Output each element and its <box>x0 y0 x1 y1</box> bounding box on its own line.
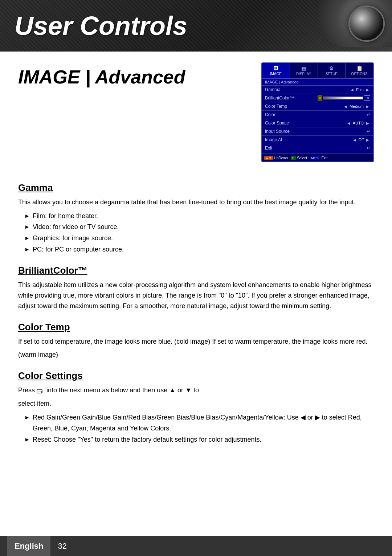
colorsettings-intro: Press into the next menu as below and th… <box>18 385 374 396</box>
bc-min-tag: 0 <box>318 95 322 101</box>
page-number: 32 <box>58 541 66 551</box>
osd-tab-setup: ⚙ SETUP <box>318 63 346 78</box>
inputsource-enter-icon: ↵ <box>367 129 370 134</box>
main-content: IMAGE | Advanced 🖼 IMAGE ▦ DISPLAY ⚙ SET… <box>0 52 392 466</box>
colortemp-title: Color Temp <box>18 322 374 333</box>
osd-row-imageai: Image AI ◀ Off ▶ <box>262 136 373 144</box>
select-icon: ↵ <box>291 156 296 160</box>
color-settings-section: Color Settings Press into the next menu … <box>18 370 374 445</box>
page-header: User Controls <box>0 0 392 52</box>
gamma-section: Gamma This allows you to choose a degamm… <box>18 182 374 255</box>
menu-icon: Menu <box>310 156 320 160</box>
bottom-bar: English 32 <box>0 536 392 556</box>
exit-row-label: Exit <box>265 146 367 151</box>
colorsettings-title: Color Settings <box>18 370 374 381</box>
osd-row-colorspace: Color Space ◀ AUTO ▶ <box>262 119 373 127</box>
gamma-bullets: Film: for home theater. Video: for video… <box>25 210 374 255</box>
colortemp-description: If set to cold temperature, the image lo… <box>18 336 374 347</box>
cs-or-text: or <box>177 387 185 394</box>
gamma-right-arrow: ▶ <box>366 88 369 92</box>
osd-tab-image: 🖼 IMAGE <box>262 63 290 78</box>
footer-updown: ▲▼ UpDown <box>264 156 288 160</box>
cs-to-text: to <box>193 387 199 394</box>
osd-row-colortemp: Color Temp ◀ Medium ▶ <box>262 102 373 111</box>
colorspace-left-arrow: ◀ <box>347 121 350 125</box>
updown-label: UpDown <box>274 156 288 160</box>
bc-track <box>323 97 363 99</box>
cs-intro-after: into the next menu as below and then use <box>46 387 169 394</box>
brilliantcolor-row-label: BrilliantColor™ <box>265 95 318 101</box>
page-title: User Controls <box>15 11 187 41</box>
language-label: English <box>7 536 50 556</box>
list-item: Film: for home theater. <box>25 210 374 222</box>
camera-lens-icon <box>348 5 385 42</box>
imageai-value: Off <box>359 138 364 142</box>
setup-tab-icon: ⚙ <box>329 65 334 71</box>
colorspace-right-arrow: ▶ <box>366 121 369 125</box>
colortemp-row-label: Color Temp <box>265 104 343 109</box>
gamma-value: Film <box>356 87 364 92</box>
osd-row-brilliantcolor: BrilliantColor™ 0 10 <box>262 94 373 102</box>
color-enter-icon: ↵ <box>367 112 370 117</box>
cs-enter-icon <box>37 387 45 394</box>
osd-row-gamma: Gamma ◀ Film ▶ <box>262 86 373 94</box>
osd-footer: ▲▼ UpDown ↵ Select Menu Exit <box>262 154 373 162</box>
list-item: Red Gain/Green Gain/Blue Gain/Red Bias/G… <box>25 412 374 434</box>
footer-select: ↵ Select <box>291 156 307 160</box>
colorsettings-bullets: Red Gain/Green Gain/Blue Gain/Red Bias/G… <box>25 412 374 445</box>
exit-enter-icon: ↵ <box>367 146 370 151</box>
brilliantcolor-description: This adjustable item utilizes a new colo… <box>18 280 374 311</box>
options-tab-label: OPTIONS <box>351 72 368 76</box>
osd-row-inputsource: Input Source ↵ <box>262 127 373 136</box>
osd-tab-options: 📋 OPTIONS <box>346 63 373 78</box>
color-temp-section: Color Temp If set to cold temperature, t… <box>18 322 374 360</box>
brilliant-color-section: BrilliantColor™ This adjustable item uti… <box>18 265 374 311</box>
colorsettings-select: select item. <box>18 398 374 409</box>
osd-breadcrumb: IMAGE | Advanced <box>262 79 373 86</box>
updown-icon: ▲▼ <box>264 156 273 160</box>
footer-exit: Menu Exit <box>310 156 327 160</box>
exit-label: Exit <box>322 156 328 160</box>
setup-tab-label: SETUP <box>326 72 338 76</box>
image-tab-icon: 🖼 <box>273 65 278 71</box>
content-body: Gamma This allows you to choose a degamm… <box>18 182 374 445</box>
cs-up-arrow: ▲ <box>169 387 176 394</box>
inputsource-row-label: Input Source <box>265 129 367 134</box>
colorspace-row-label: Color Space <box>265 120 346 126</box>
colorspace-value: AUTO <box>353 121 364 125</box>
osd-tab-display: ▦ DISPLAY <box>290 63 318 78</box>
list-item: PC: for PC or computer source. <box>25 244 374 255</box>
list-item: Graphics: for image source. <box>25 233 374 244</box>
osd-row-exit: Exit ↵ <box>262 144 373 152</box>
osd-row-color: Color ↵ <box>262 111 373 119</box>
enter-svg-icon <box>37 388 45 394</box>
osd-tabs: 🖼 IMAGE ▦ DISPLAY ⚙ SETUP 📋 OPTIONS <box>262 63 373 79</box>
imageai-left-arrow: ◀ <box>353 138 356 142</box>
select-label: Select <box>297 156 307 160</box>
list-item: Reset: Choose "Yes" to return the factor… <box>25 434 374 445</box>
gamma-description: This allows you to choose a degamma tabl… <box>18 197 374 208</box>
colortemp-value: Medium <box>350 104 364 109</box>
colortemp-left-arrow: ◀ <box>344 105 347 109</box>
imageai-right-arrow: ▶ <box>366 138 369 142</box>
imageai-row-label: Image AI <box>265 137 352 142</box>
osd-panel: 🖼 IMAGE ▦ DISPLAY ⚙ SETUP 📋 OPTIONS IMAG… <box>261 62 374 162</box>
cs-intro-before: Press <box>18 387 37 394</box>
list-item: Video: for video or TV source. <box>25 221 374 233</box>
display-tab-label: DISPLAY <box>296 72 311 76</box>
colortemp-description2: (warm image) <box>18 349 374 360</box>
gamma-row-label: Gamma <box>265 87 350 92</box>
image-tab-label: IMAGE <box>270 72 282 76</box>
brilliantcolor-title: BrilliantColor™ <box>18 265 374 276</box>
cs-down-arrow: ▼ <box>185 387 192 394</box>
gamma-title: Gamma <box>18 182 374 193</box>
bc-value-tag: 10 <box>364 95 370 101</box>
colortemp-right-arrow: ▶ <box>366 105 369 109</box>
gamma-left-arrow: ◀ <box>351 88 354 92</box>
display-tab-icon: ▦ <box>301 65 306 71</box>
brilliantcolor-slider: 0 10 <box>318 95 370 101</box>
camera-decoration <box>319 0 392 47</box>
options-tab-icon: 📋 <box>356 65 363 71</box>
color-row-label: Color <box>265 112 367 117</box>
